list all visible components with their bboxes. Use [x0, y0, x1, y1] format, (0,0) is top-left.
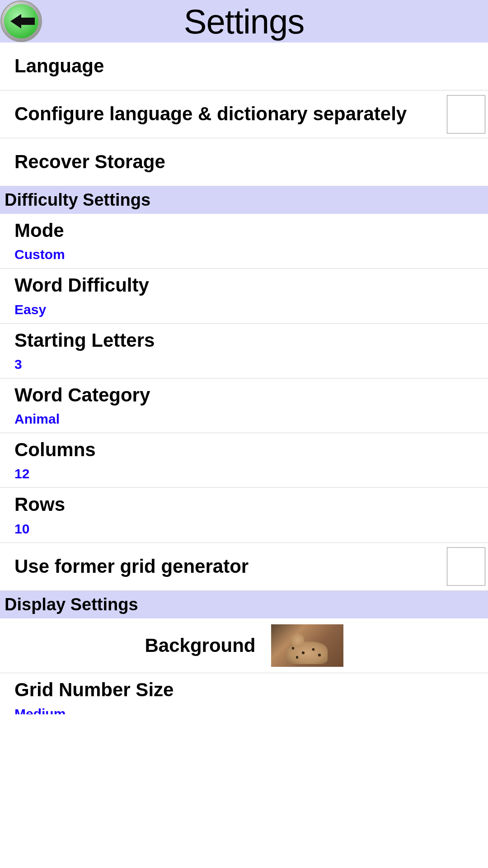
word-difficulty-value: Easy: [14, 302, 474, 317]
columns-label: Columns: [14, 439, 474, 461]
language-row[interactable]: Language: [0, 42, 488, 90]
columns-row[interactable]: Columns 12: [0, 433, 488, 488]
word-category-label: Word Category: [14, 384, 474, 406]
mode-value: Custom: [14, 247, 474, 262]
grid-number-size-label: Grid Number Size: [14, 679, 474, 701]
use-former-grid-checkbox[interactable]: [447, 547, 485, 586]
configure-language-row[interactable]: Configure language & dictionary separate…: [0, 90, 488, 138]
grid-number-size-value: Medium: [14, 706, 474, 714]
starting-letters-row[interactable]: Starting Letters 3: [0, 324, 488, 378]
word-category-value: Animal: [14, 411, 474, 427]
leopard-icon: [287, 642, 328, 664]
starting-letters-value: 3: [14, 357, 474, 372]
use-former-grid-row[interactable]: Use former grid generator: [0, 543, 488, 591]
display-section-header: Display Settings: [0, 591, 488, 618]
configure-language-checkbox[interactable]: [447, 95, 485, 133]
word-category-row[interactable]: Word Category Animal: [0, 378, 488, 433]
back-icon: [4, 4, 38, 38]
recover-storage-row[interactable]: Recover Storage: [0, 138, 488, 186]
columns-value: 12: [14, 466, 474, 481]
word-difficulty-row[interactable]: Word Difficulty Easy: [0, 269, 488, 323]
background-row[interactable]: Background: [0, 618, 488, 673]
rows-value: 10: [14, 521, 474, 537]
background-preview: [271, 624, 343, 667]
background-label: Background: [145, 635, 255, 656]
word-difficulty-label: Word Difficulty: [14, 274, 474, 296]
starting-letters-label: Starting Letters: [14, 330, 474, 351]
recover-storage-label: Recover Storage: [14, 151, 474, 173]
use-former-grid-label: Use former grid generator: [14, 556, 438, 577]
difficulty-section-header: Difficulty Settings: [0, 186, 488, 214]
grid-number-size-row[interactable]: Grid Number Size Medium: [0, 673, 488, 714]
language-label: Language: [14, 55, 474, 77]
rows-label: Rows: [14, 494, 474, 515]
page-title: Settings: [184, 2, 305, 41]
mode-label: Mode: [14, 220, 474, 241]
configure-language-label: Configure language & dictionary separate…: [14, 103, 438, 125]
mode-row[interactable]: Mode Custom: [0, 214, 488, 269]
rows-row[interactable]: Rows 10: [0, 488, 488, 542]
back-button[interactable]: [0, 0, 42, 42]
header-bar: Settings: [0, 0, 488, 42]
